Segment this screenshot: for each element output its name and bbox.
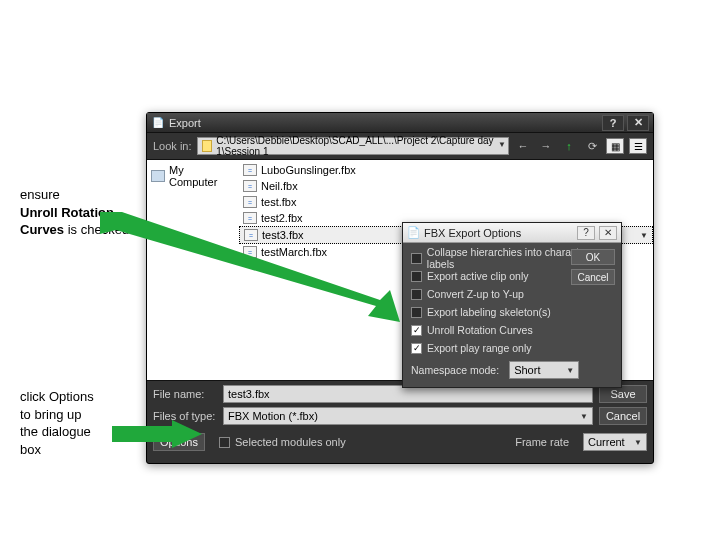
namespace-select[interactable]: Short (509, 361, 579, 379)
nav-reload-button[interactable]: ⟳ (583, 137, 601, 155)
namespace-value: Short (514, 364, 540, 376)
arrow-options (112, 420, 202, 448)
ann-text: to bring up (20, 407, 81, 422)
checkbox-icon (219, 437, 230, 448)
selected-modules-label: Selected modules only (235, 436, 346, 448)
checkbox-icon (411, 289, 422, 300)
opt-label: Convert Z-up to Y-up (427, 288, 524, 300)
sidebar-my-computer[interactable]: My Computer (151, 164, 235, 188)
ann-text: click Options (20, 389, 94, 404)
lookin-label: Look in: (153, 140, 192, 152)
nav-forward-button[interactable]: → (537, 137, 555, 155)
framerate-label: Frame rate (515, 436, 569, 448)
opt-labeling-skeleton[interactable]: Export labeling skeleton(s) (411, 303, 615, 321)
app-icon: 📄 (151, 116, 165, 130)
lookin-row: Look in: C:\Users\Debbie\Desktop\SCAD_AL… (147, 133, 653, 159)
filetype-value: FBX Motion (*.fbx) (228, 410, 318, 422)
ann-text: box (20, 442, 41, 457)
file-icon: = (243, 180, 257, 192)
chevron-down-icon: ▼ (498, 140, 506, 149)
file-icon: = (243, 164, 257, 176)
filetype-select[interactable]: FBX Motion (*.fbx) (223, 407, 593, 425)
window-title: Export (169, 117, 599, 129)
framerate-value: Current (588, 436, 625, 448)
filename-label: File name: (153, 388, 217, 400)
selected-modules-checkbox[interactable]: Selected modules only (219, 436, 346, 449)
file-name: LuboGunslinger.fbx (261, 164, 356, 176)
file-item[interactable]: =LuboGunslinger.fbx (239, 162, 653, 178)
file-item[interactable]: =Neil.fbx (239, 178, 653, 194)
annotation-options: click Options to bring up the dialogue b… (20, 388, 120, 458)
footer-row: Options Selected modules only Frame rate… (147, 429, 653, 455)
file-item[interactable]: =test.fbx (239, 194, 653, 210)
namespace-row: Namespace mode: Short (411, 361, 615, 379)
opt-label: Export active clip only (427, 270, 529, 282)
view-list-button[interactable]: ☰ (629, 138, 647, 154)
fbx-options-popup: 📄 FBX Export Options ? ✕ OK Cancel Colla… (402, 222, 622, 388)
popup-ok-button[interactable]: OK (571, 249, 615, 265)
lookin-path-text: C:\Users\Debbie\Desktop\SCAD_ALL\...\Pro… (216, 135, 504, 157)
popup-icon: 📄 (407, 226, 420, 239)
popup-help-button[interactable]: ? (577, 226, 595, 240)
bottom-form: File name: Save Files of type: FBX Motio… (147, 381, 653, 429)
popup-title: FBX Export Options (424, 227, 573, 239)
popup-cancel-button[interactable]: Cancel (571, 269, 615, 285)
lookin-path[interactable]: C:\Users\Debbie\Desktop\SCAD_ALL\...\Pro… (197, 137, 509, 155)
computer-icon (151, 170, 165, 182)
ann-text: ensure (20, 187, 60, 202)
popup-close-button[interactable]: ✕ (599, 226, 617, 240)
titlebar: 📄 Export ? ✕ (147, 113, 653, 133)
svg-marker-1 (112, 420, 202, 448)
close-button[interactable]: ✕ (627, 115, 649, 131)
opt-unroll-rotation[interactable]: Unroll Rotation Curves (411, 321, 615, 339)
help-button[interactable]: ? (602, 115, 624, 131)
opt-label: Export labeling skeleton(s) (427, 306, 551, 318)
checkbox-icon (411, 253, 422, 264)
arrow-unroll (100, 212, 400, 322)
namespace-label: Namespace mode: (411, 364, 499, 376)
popup-titlebar: 📄 FBX Export Options ? ✕ (403, 223, 621, 243)
nav-up-button[interactable]: ↑ (560, 137, 578, 155)
view-grid-button[interactable]: ▦ (606, 138, 624, 154)
popup-body: OK Cancel Collapse hierarchies into char… (403, 243, 621, 387)
opt-zup[interactable]: Convert Z-up to Y-up (411, 285, 615, 303)
opt-label: Unroll Rotation Curves (427, 324, 533, 336)
opt-play-range[interactable]: Export play range only (411, 339, 615, 357)
nav-back-button[interactable]: ← (514, 137, 532, 155)
folder-icon (202, 140, 213, 152)
opt-label: Export play range only (427, 342, 531, 354)
svg-marker-0 (100, 212, 400, 322)
checkbox-icon (411, 271, 422, 282)
checkbox-icon (411, 343, 422, 354)
sidebar-label: My Computer (169, 164, 235, 188)
ann-text: the dialogue (20, 424, 91, 439)
file-name: Neil.fbx (261, 180, 298, 192)
file-icon: = (243, 196, 257, 208)
cancel-button[interactable]: Cancel (599, 407, 647, 425)
checkbox-icon (411, 325, 422, 336)
framerate-select[interactable]: Current (583, 433, 647, 451)
checkbox-icon (411, 307, 422, 318)
file-name: test.fbx (261, 196, 296, 208)
